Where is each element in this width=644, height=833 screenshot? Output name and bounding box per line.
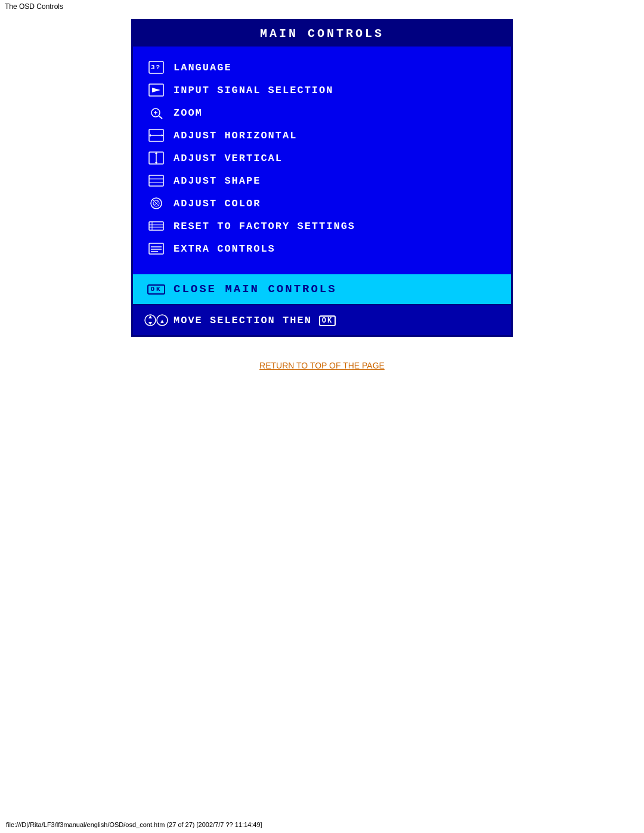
extra-controls-icon — [144, 240, 169, 258]
menu-label-extra-controls: EXTRA CONTROLS — [174, 243, 275, 255]
return-to-top-link[interactable]: RETURN TO TOP OF THE PAGE — [259, 361, 385, 370]
menu-item-adjust-shape[interactable]: ADJUST SHAPE — [144, 169, 500, 192]
menu-item-input-signal[interactable]: INPUT SIGNAL SELECTION — [144, 79, 500, 101]
svg-marker-33 — [148, 322, 152, 325]
menu-item-adjust-color[interactable]: ADJUST COLOR — [144, 192, 500, 215]
input-signal-icon — [144, 81, 169, 99]
menu-label-language: LANGUAGE — [174, 62, 232, 73]
menu-label-adjust-shape: ADJUST SHAPE — [174, 175, 261, 187]
svg-marker-3 — [152, 88, 160, 92]
move-selection-icon: ▲▼ — [144, 311, 169, 329]
menu-item-adjust-vertical[interactable]: ADJUST VERTICAL — [144, 147, 500, 169]
svg-rect-16 — [149, 175, 163, 186]
shape-icon — [144, 172, 169, 190]
horizontal-icon — [144, 126, 169, 144]
svg-text:▲▼: ▲▼ — [159, 318, 168, 324]
menu-label-zoom: ZOOM — [174, 107, 203, 119]
svg-line-5 — [159, 116, 162, 119]
osd-bottom-bar: ▲▼ MOVE SELECTION THEN OK — [133, 304, 511, 335]
svg-text:3?: 3? — [151, 64, 161, 71]
osd-close-bar[interactable]: OK CLOSE MAIN CONTROLS — [133, 274, 511, 304]
svg-rect-23 — [149, 222, 163, 230]
menu-item-extra-controls[interactable]: EXTRA CONTROLS — [144, 237, 500, 260]
menu-item-zoom[interactable]: ZOOM — [144, 101, 500, 124]
page-title: The OSD Controls — [0, 0, 644, 13]
ok-badge-bottom: OK — [319, 314, 336, 326]
menu-label-adjust-color: ADJUST COLOR — [174, 198, 261, 209]
language-icon: 3? — [144, 58, 169, 76]
menu-label-reset: RESET TO FACTORY SETTINGS — [174, 221, 355, 232]
vertical-icon — [144, 149, 169, 167]
menu-label-adjust-vertical: ADJUST VERTICAL — [174, 153, 283, 164]
menu-label-input-signal: INPUT SIGNAL SELECTION — [174, 85, 333, 96]
svg-rect-27 — [149, 243, 163, 254]
close-label: CLOSE MAIN CONTROLS — [174, 283, 337, 296]
ok-icon-close: OK — [144, 280, 169, 298]
osd-menu-area: 3? LANGUAGE INPUT SIGNAL SELECTION — [133, 47, 511, 270]
color-icon — [144, 194, 169, 212]
menu-item-reset[interactable]: RESET TO FACTORY SETTINGS — [144, 215, 500, 237]
osd-panel: MAIN CONTROLS 3? LANGUAGE — [131, 19, 513, 337]
return-link-container: RETURN TO TOP OF THE PAGE — [18, 361, 626, 370]
bottom-label: MOVE SELECTION THEN — [174, 315, 312, 326]
reset-icon — [144, 217, 169, 235]
zoom-icon — [144, 104, 169, 122]
menu-label-adjust-horizontal: ADJUST HORIZONTAL — [174, 130, 297, 141]
main-content: MAIN CONTROLS 3? LANGUAGE — [0, 13, 644, 376]
menu-item-language[interactable]: 3? LANGUAGE — [144, 56, 500, 79]
svg-marker-32 — [148, 315, 152, 318]
osd-header: MAIN CONTROLS — [133, 21, 511, 47]
status-bar: file:///D|/Rita/LF3/lf3manual/english/OS… — [6, 821, 262, 828]
menu-item-adjust-horizontal[interactable]: ADJUST HORIZONTAL — [144, 124, 500, 147]
